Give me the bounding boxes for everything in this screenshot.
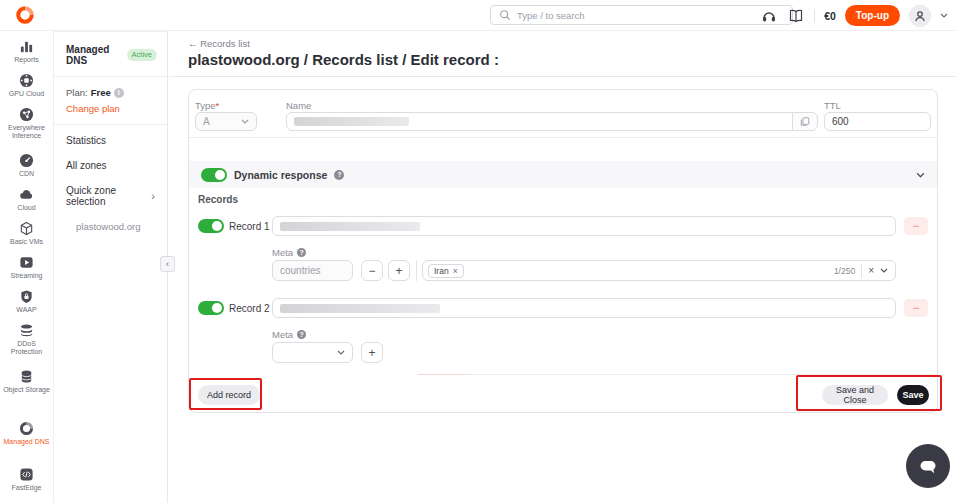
name-input[interactable] xyxy=(286,112,793,131)
chevron-down-icon xyxy=(337,350,345,355)
edit-record-card: Type* A Name TTL 600 Dynamic response ? … xyxy=(188,89,938,413)
topup-button[interactable]: Top-up xyxy=(845,5,900,26)
panel-chevron-down-icon[interactable] xyxy=(916,172,925,178)
dns-swirl-icon xyxy=(19,421,34,436)
record-1-toggle[interactable] xyxy=(198,219,224,233)
record-1-meta-values-input[interactable]: Iran × 1/250 × xyxy=(422,260,896,281)
gcore-logo-icon[interactable] xyxy=(15,5,35,25)
layers-icon xyxy=(19,323,34,338)
sidebar-item-gpu-cloud[interactable]: GPU Cloud xyxy=(0,73,54,107)
gauge-icon xyxy=(19,153,34,168)
divider xyxy=(416,260,417,281)
help-icon[interactable]: ? xyxy=(297,248,306,257)
ttl-label: TTL xyxy=(824,100,841,111)
redacted-value xyxy=(280,304,440,313)
inference-network-icon xyxy=(19,107,34,122)
record-1-meta-remove-button[interactable]: − xyxy=(361,260,383,281)
page-title: plastowood.org / Records list / Edit rec… xyxy=(188,51,499,68)
dynamic-response-panel-header: Dynamic response ? xyxy=(189,161,937,188)
sidebar-item-fastedge[interactable]: FastEdge xyxy=(0,467,54,501)
select-chevron-down-icon[interactable] xyxy=(880,268,888,273)
divider xyxy=(189,137,937,138)
record-1-label: Record 1 xyxy=(229,221,270,232)
main-content: ← Records list plastowood.org / Records … xyxy=(169,31,956,503)
product-icon-rail: Reports GPU Cloud Everywhere Inference C… xyxy=(0,31,54,503)
ttl-input[interactable]: 600 xyxy=(824,112,931,131)
sidebar-item-everywhere-inference[interactable]: Everywhere Inference xyxy=(0,107,54,153)
save-and-close-button[interactable]: Save and Close xyxy=(822,385,888,405)
redacted-value xyxy=(280,222,420,231)
play-icon xyxy=(19,255,34,270)
change-plan-link[interactable]: Change plan xyxy=(66,103,157,114)
support-headset-icon[interactable] xyxy=(760,7,778,25)
record-2-value-input[interactable] xyxy=(272,298,896,318)
search-icon xyxy=(499,9,511,21)
status-badge: Active xyxy=(127,49,157,61)
account-chevron-down-icon[interactable] xyxy=(940,13,948,18)
copy-button[interactable] xyxy=(792,112,818,131)
divider xyxy=(54,76,167,77)
help-icon[interactable]: ? xyxy=(334,170,344,180)
plan-value: Free xyxy=(91,87,111,98)
record-1-meta-key-select[interactable]: countries xyxy=(272,260,353,281)
sidebar-item-basic-vms[interactable]: Basic VMs xyxy=(0,221,54,255)
sidebar-item-object-storage[interactable]: Object Storage xyxy=(0,369,54,415)
plan-label: Plan: xyxy=(66,87,88,98)
record-2-meta-add-button[interactable]: + xyxy=(361,342,383,363)
sidebar-item-ddos-protection[interactable]: DDoS Protection xyxy=(0,323,54,369)
required-asterisk: * xyxy=(216,100,220,111)
divider xyxy=(861,264,862,278)
topbar: €0 Top-up xyxy=(0,0,956,31)
record-2-remove-button[interactable]: − xyxy=(904,299,928,317)
help-icon[interactable]: ? xyxy=(297,330,306,339)
tag-close-icon[interactable]: × xyxy=(453,266,458,276)
sidebar-item-managed-dns[interactable]: Managed DNS xyxy=(0,421,54,467)
sidebar-item-reports[interactable]: Reports xyxy=(0,39,54,73)
add-record-button[interactable]: Add record xyxy=(198,385,260,405)
tag-counter: 1/250 xyxy=(834,266,855,276)
country-tag: Iran × xyxy=(428,264,464,278)
redacted-value xyxy=(294,117,409,126)
sidebar-item-cloud[interactable]: Cloud xyxy=(0,187,54,221)
cube-icon xyxy=(19,221,34,236)
record-1-value-input[interactable] xyxy=(272,216,896,236)
database-icon xyxy=(19,369,34,384)
record-2-meta-key-select[interactable] xyxy=(272,342,353,363)
copy-icon xyxy=(800,116,810,127)
clear-all-icon[interactable]: × xyxy=(868,266,874,276)
chat-fab-button[interactable] xyxy=(906,444,950,488)
save-button[interactable]: Save xyxy=(897,385,929,405)
redacted-record-name-fragment: : xyxy=(494,51,499,68)
record-1-remove-button[interactable]: − xyxy=(904,217,928,235)
sidebar-collapse-button[interactable]: ‹ xyxy=(160,256,175,272)
sidebar-item-statistics[interactable]: Statistics xyxy=(66,135,157,146)
sidebar-item-quick-zone-selection[interactable]: Quick zone selection › xyxy=(66,185,157,207)
zone-link[interactable]: plastowood.org xyxy=(66,221,157,232)
divider xyxy=(466,374,937,375)
balance-amount: €0 xyxy=(824,10,836,22)
record-2-meta-label: Meta ? xyxy=(272,329,306,340)
bar-chart-icon xyxy=(19,39,34,54)
shield-lock-icon xyxy=(19,289,34,304)
sidebar-item-all-zones[interactable]: All zones xyxy=(66,160,157,171)
dynamic-response-toggle[interactable] xyxy=(201,168,227,182)
sidebar-item-cdn[interactable]: CDN xyxy=(0,153,54,187)
search-input[interactable] xyxy=(517,10,784,21)
record-1-meta-add-button[interactable]: + xyxy=(388,260,410,281)
name-label: Name xyxy=(286,100,311,111)
sidebar-item-waap[interactable]: WAAP xyxy=(0,289,54,323)
docs-book-icon[interactable] xyxy=(787,7,805,25)
record-2-toggle[interactable] xyxy=(198,301,224,315)
sidebar-title: Managed DNS xyxy=(66,44,123,66)
global-search[interactable] xyxy=(490,5,793,25)
breadcrumb-back-link[interactable]: ← Records list xyxy=(188,38,250,49)
chevron-right-icon: › xyxy=(151,190,155,202)
info-icon[interactable]: i xyxy=(114,88,124,98)
managed-dns-sidebar: Managed DNS Active Plan: Free i Change p… xyxy=(54,31,168,503)
back-arrow-icon: ← xyxy=(188,38,198,49)
type-label: Type* xyxy=(195,100,219,111)
type-select[interactable]: A xyxy=(195,112,257,131)
sidebar-item-streaming[interactable]: Streaming xyxy=(0,255,54,289)
topbar-divider xyxy=(814,9,815,23)
avatar[interactable] xyxy=(909,5,931,27)
